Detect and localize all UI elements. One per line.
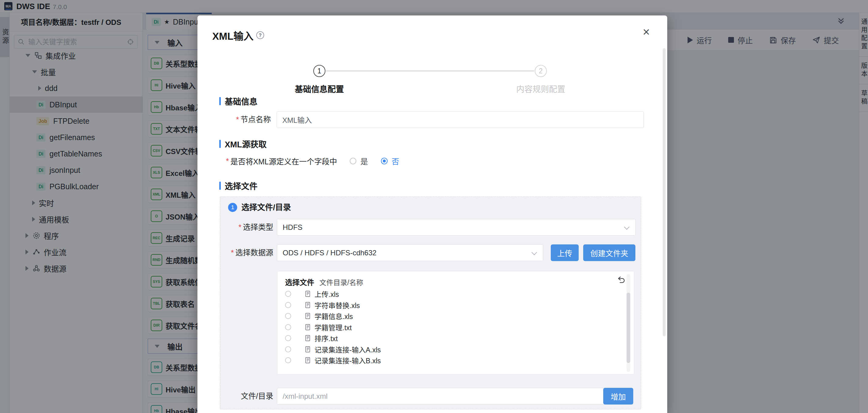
file-list-scrollbar[interactable] xyxy=(627,293,630,363)
xml-in-field-radio-group: * 是否将XML源定义在一个字段中 是 否 xyxy=(226,156,399,166)
section-choose-file: 选择文件 xyxy=(219,180,257,192)
step-1-label: 基础信息配置 xyxy=(274,83,365,95)
file-radio[interactable] xyxy=(285,346,291,352)
section-title: 基础信息 xyxy=(225,95,257,107)
section-accent-bar xyxy=(219,140,221,148)
file-radio[interactable] xyxy=(285,313,291,319)
radio-yes-label: 是 xyxy=(360,156,368,166)
step-2: 2 内容规则配置 xyxy=(495,65,586,95)
required-asterisk: * xyxy=(231,248,234,257)
section-xml-source: XML源获取 xyxy=(219,138,267,150)
radio-no[interactable] xyxy=(381,158,388,164)
required-asterisk: * xyxy=(236,115,239,124)
panel-step-badge: 1 xyxy=(228,203,237,212)
file-name: 记录集连接-输入A.xls xyxy=(314,344,381,354)
document-icon xyxy=(305,313,311,319)
file-name: 字符串替换.xls xyxy=(314,300,360,310)
file-radio[interactable] xyxy=(285,302,291,308)
file-row[interactable]: 记录集连接-输入B.xls xyxy=(278,355,625,366)
xml-in-field-question: 是否将XML源定义在一个字段中 xyxy=(230,156,337,166)
file-rows: 上传.xls 字符串替换.xls xyxy=(278,288,625,366)
document-icon xyxy=(305,346,311,353)
section-accent-bar xyxy=(219,182,221,190)
file-directory-panel: 1 选择文件/目录 *选择类型 HDFS *选择数据源 ODS / HDFS /… xyxy=(220,196,641,409)
step-2-circle: 2 xyxy=(535,65,547,77)
file-row[interactable]: 学籍信息.xls xyxy=(278,311,625,322)
datasource-label: *选择数据源 xyxy=(220,245,273,261)
screen: MA DWS IDE 7.0.0 资源 项目名称/数据层：testfr / OD… xyxy=(0,0,868,413)
document-icon xyxy=(305,357,311,363)
modal-scrollbar[interactable] xyxy=(663,48,666,336)
file-list: 选择文件 文件目录/名称 上传.xls xyxy=(277,271,634,375)
node-name-label: *节点名称 xyxy=(197,111,271,128)
required-asterisk: * xyxy=(226,157,229,165)
chevron-down-icon xyxy=(531,250,537,255)
document-icon xyxy=(305,290,311,297)
step-2-label: 内容规则配置 xyxy=(495,83,586,95)
radio-yes[interactable] xyxy=(350,158,356,164)
file-name: 记录集连接-输入B.xls xyxy=(314,355,381,366)
required-asterisk: * xyxy=(238,223,241,231)
document-icon xyxy=(305,302,311,308)
section-basic-info: 基础信息 xyxy=(219,95,257,107)
upload-button[interactable]: 上传 xyxy=(551,245,579,261)
file-radio[interactable] xyxy=(285,357,291,363)
file-name: 学籍信息.xls xyxy=(314,311,353,321)
file-row[interactable]: 排序.txt xyxy=(278,332,625,344)
xml-input-dialog: XML输入 ? × 1 基础信息配置 2 内容规则配置 基础信息 *节点名称 X… xyxy=(197,15,667,413)
document-icon xyxy=(305,324,311,330)
path-label: 文件/目录 xyxy=(220,388,273,405)
file-list-col-name: 文件目录/名称 xyxy=(319,277,363,287)
file-name: 排序.txt xyxy=(314,333,338,343)
file-row[interactable]: 记录集连接-输入A.xls xyxy=(278,344,625,355)
file-name: 上传.xls xyxy=(314,289,339,299)
section-accent-bar xyxy=(219,97,221,105)
type-label: *选择类型 xyxy=(220,219,273,235)
file-name: 学籍管理.txt xyxy=(314,322,352,332)
dialog-title: XML输入 xyxy=(212,28,253,43)
add-button[interactable]: 增加 xyxy=(603,388,633,405)
section-title: 选择文件 xyxy=(225,180,257,192)
step-1: 1 基础信息配置 xyxy=(274,65,365,95)
type-select[interactable]: HDFS xyxy=(277,219,636,235)
datasource-select[interactable]: ODS / HDFS / HDFS-cdh632 xyxy=(277,245,543,261)
datasource-select-value: ODS / HDFS / HDFS-cdh632 xyxy=(283,249,376,257)
file-row[interactable]: 学籍管理.txt xyxy=(278,322,625,333)
create-folder-button[interactable]: 创建文件夹 xyxy=(583,245,636,261)
file-radio[interactable] xyxy=(285,291,291,297)
radio-no-label: 否 xyxy=(392,156,399,166)
file-list-col-select: 选择文件 xyxy=(285,277,314,287)
document-icon xyxy=(305,335,311,342)
file-radio[interactable] xyxy=(285,335,291,341)
node-name-input[interactable] xyxy=(277,111,644,128)
panel-title: 选择文件/目录 xyxy=(241,203,291,212)
file-row[interactable]: 字符串替换.xls xyxy=(278,299,625,311)
type-select-value: HDFS xyxy=(283,223,302,231)
undo-icon[interactable] xyxy=(617,276,625,285)
help-icon[interactable]: ? xyxy=(256,31,264,39)
step-1-circle: 1 xyxy=(313,65,326,77)
path-input[interactable] xyxy=(277,388,616,405)
section-title: XML源获取 xyxy=(225,138,267,150)
close-icon[interactable]: × xyxy=(640,25,653,38)
chevron-down-icon xyxy=(624,224,629,229)
file-radio[interactable] xyxy=(285,324,291,330)
file-row[interactable]: 上传.xls xyxy=(278,288,625,299)
